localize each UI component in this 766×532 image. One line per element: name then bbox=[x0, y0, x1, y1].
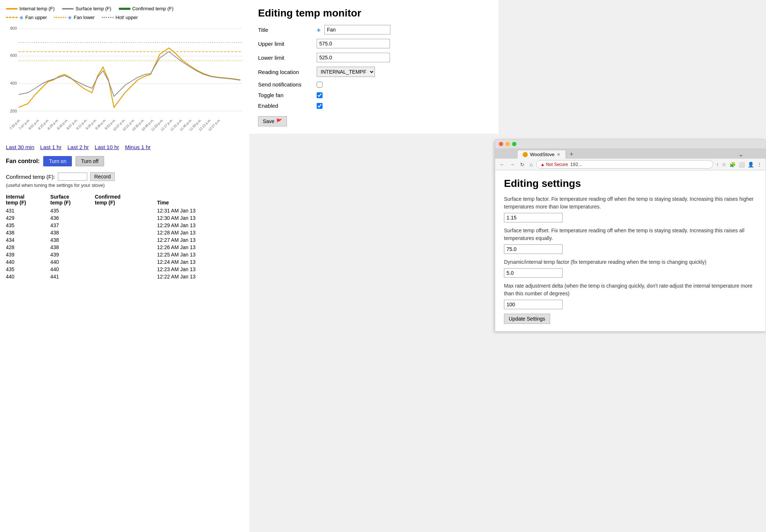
cell-internal-9: 440 bbox=[6, 273, 50, 280]
browser-minimize-dot[interactable] bbox=[505, 142, 510, 146]
legend-dash-fan-upper bbox=[6, 17, 18, 18]
send-notifications-checkbox[interactable] bbox=[317, 82, 323, 88]
editing-settings-title: Editing settings bbox=[504, 178, 757, 189]
browser-share-button[interactable]: ↑ bbox=[715, 161, 719, 168]
not-secure-indicator: ▲ Not Secure bbox=[540, 162, 568, 167]
cell-confirmed-5 bbox=[95, 244, 150, 251]
settings-field-2-input[interactable] bbox=[504, 268, 563, 278]
confirmed-temp-row: Confirmed temp (F): Record bbox=[6, 172, 243, 181]
title-field-label: Title bbox=[258, 27, 313, 33]
chart-svg: 800 600 400 200 7:33 p.m. 7:47 p.m. bbox=[6, 23, 244, 140]
browser-tab[interactable]: WoodStove ✕ bbox=[517, 150, 566, 159]
col-header-internal: Internaltemp (F) bbox=[6, 192, 50, 207]
confirmed-temp-input[interactable] bbox=[58, 173, 87, 181]
col-header-surface: Surfacetemp (F) bbox=[50, 192, 95, 207]
browser-home-button[interactable]: ⌂ bbox=[528, 161, 534, 168]
browser-close-dot[interactable] bbox=[499, 142, 503, 146]
turn-on-button[interactable]: Turn on bbox=[43, 156, 72, 166]
browser-nav-bar: ← → ↻ ⌂ ▲ Not Secure 192... ↑ ☆ 🧩 ⬜ 👤 ⋮ bbox=[495, 159, 766, 170]
cell-internal-5: 428 bbox=[6, 244, 50, 251]
reading-location-row: Reading location INTERNAL_TEMPF SURFACE_… bbox=[258, 67, 490, 77]
time-link-minus1hr[interactable]: Minus 1 hr bbox=[125, 144, 151, 150]
browser-nav-actions: ↑ ☆ 🧩 ⬜ 👤 ⋮ bbox=[715, 161, 763, 168]
time-link-2hr[interactable]: Last 2 hr bbox=[67, 144, 89, 150]
cell-surface-8: 440 bbox=[50, 266, 95, 273]
cell-surface-9: 441 bbox=[50, 273, 95, 280]
table-row: 440 441 12:22 AM Jan 13 bbox=[6, 273, 243, 280]
settings-field-1-input[interactable] bbox=[504, 244, 563, 254]
table-row: 434 438 12:27 AM Jan 13 bbox=[6, 236, 243, 244]
svg-text:800: 800 bbox=[10, 26, 17, 30]
col-header-confirmed: Confirmedtemp (F) bbox=[95, 192, 150, 207]
cell-internal-8: 435 bbox=[6, 266, 50, 273]
col-header-time: Time bbox=[150, 192, 243, 207]
record-button[interactable]: Record bbox=[90, 172, 115, 181]
confirmed-temp-label: Confirmed temp (F): bbox=[6, 174, 55, 180]
cell-confirmed-1 bbox=[95, 214, 150, 222]
browser-tab-bar: WoodStove ✕ + ⌄ bbox=[495, 148, 766, 159]
cell-internal-6: 439 bbox=[6, 251, 50, 258]
cell-time-5: 12:26 AM Jan 13 bbox=[150, 244, 243, 251]
table-row: 431 435 12:31 AM Jan 13 bbox=[6, 207, 243, 214]
cell-internal-2: 435 bbox=[6, 222, 50, 229]
cell-time-7: 12:24 AM Jan 13 bbox=[150, 258, 243, 266]
browser-forward-button[interactable]: → bbox=[508, 161, 516, 168]
legend-confirmed-temp: Confirmed temp (F) bbox=[119, 6, 174, 11]
time-link-1hr[interactable]: Last 1 hr bbox=[40, 144, 62, 150]
browser-maximize-dot[interactable] bbox=[512, 142, 516, 146]
enabled-label: Enabled bbox=[258, 103, 313, 109]
cell-time-1: 12:30 AM Jan 13 bbox=[150, 214, 243, 222]
legend-label-confirmed: Confirmed temp (F) bbox=[132, 6, 174, 11]
browser-tab-label: WoodStove bbox=[530, 152, 555, 157]
time-link-10hr[interactable]: Last 10 hr bbox=[95, 144, 119, 150]
time-link-30min[interactable]: Last 30 min bbox=[6, 144, 34, 150]
reading-location-select[interactable]: INTERNAL_TEMPF SURFACE_TEMPF bbox=[317, 67, 375, 77]
browser-back-button[interactable]: ← bbox=[498, 161, 506, 168]
svg-text:600: 600 bbox=[10, 53, 17, 58]
cell-confirmed-9 bbox=[95, 273, 150, 280]
browser-profile-button[interactable]: 👤 bbox=[747, 161, 755, 168]
new-tab-button[interactable]: + bbox=[567, 151, 576, 158]
cell-surface-0: 435 bbox=[50, 207, 95, 214]
title-input[interactable] bbox=[324, 25, 390, 34]
fan-upper-icon: ◈ bbox=[19, 14, 23, 20]
upper-limit-input[interactable] bbox=[317, 39, 390, 48]
browser-chevron-icon[interactable]: ⌄ bbox=[738, 150, 744, 158]
legend-label-hot-upper: Hot! upper bbox=[115, 15, 138, 20]
table-row: 429 436 12:30 AM Jan 13 bbox=[6, 214, 243, 222]
lower-limit-row: Lower limit bbox=[258, 53, 490, 62]
legend-label-fan-upper: Fan upper bbox=[25, 15, 47, 20]
cell-internal-3: 438 bbox=[6, 229, 50, 236]
legend-dot-hot-upper bbox=[102, 17, 114, 18]
toggle-fan-checkbox[interactable] bbox=[317, 92, 323, 98]
update-settings-button[interactable]: Update Settings bbox=[504, 314, 550, 324]
browser-window-button[interactable]: ⬜ bbox=[738, 161, 745, 168]
browser-more-button[interactable]: ⋮ bbox=[756, 161, 763, 168]
cell-time-8: 12:23 AM Jan 13 bbox=[150, 266, 243, 273]
address-bar[interactable]: ▲ Not Secure 192... bbox=[536, 160, 713, 169]
settings-field-0-desc: Surface temp factor. Fix temperature rea… bbox=[504, 195, 757, 211]
enabled-checkbox[interactable] bbox=[317, 103, 323, 109]
right-column: Editing temp monitor Title ◈ Upper limit… bbox=[249, 0, 766, 532]
turn-off-button[interactable]: Turn off bbox=[76, 156, 104, 166]
tab-close-button[interactable]: ✕ bbox=[557, 152, 560, 157]
browser-extensions-button[interactable]: 🧩 bbox=[729, 161, 736, 168]
browser-refresh-button[interactable]: ↻ bbox=[519, 161, 526, 168]
editing-temp-monitor-panel: Editing temp monitor Title ◈ Upper limit… bbox=[249, 0, 498, 134]
browser-titlebar bbox=[495, 140, 766, 148]
cell-surface-3: 438 bbox=[50, 229, 95, 236]
title-field-row: Title ◈ bbox=[258, 25, 490, 34]
legend-fan-lower: ◈ Fan lower bbox=[54, 14, 95, 20]
save-button[interactable]: Save 🚩 bbox=[258, 116, 287, 126]
browser-bookmark-button[interactable]: ☆ bbox=[721, 161, 727, 168]
cell-time-3: 12:28 AM Jan 13 bbox=[150, 229, 243, 236]
svg-text:400: 400 bbox=[10, 81, 17, 85]
cell-surface-5: 438 bbox=[50, 244, 95, 251]
lower-limit-input[interactable] bbox=[317, 53, 390, 62]
fan-control: Fan control: Turn on Turn off bbox=[6, 156, 243, 166]
settings-field-3-input[interactable] bbox=[504, 300, 563, 309]
browser-content: Editing settings Surface temp factor. Fi… bbox=[495, 170, 766, 331]
settings-field-0-input[interactable] bbox=[504, 213, 563, 222]
chart-legend: Internal temp (F) Surface temp (F) Confi… bbox=[6, 6, 243, 11]
table-row: 435 440 12:23 AM Jan 13 bbox=[6, 266, 243, 273]
